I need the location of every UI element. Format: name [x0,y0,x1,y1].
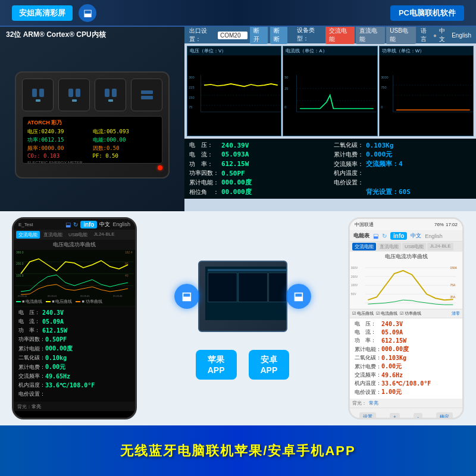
svg-text:50V: 50V [351,293,356,296]
phones-section: E_Test ⬓ ↻ info 中文 English 交流电能 直流电能 USB… [0,211,476,425]
right-minus-btn[interactable]: - [414,413,422,418]
svg-text:35A: 35A [450,296,456,299]
right-info-badge[interactable]: info [390,232,407,240]
right-backlight-row: 背光： 常亮 [350,399,462,408]
left-info-badge[interactable]: info [80,221,97,228]
right-confirm-btn[interactable]: 确定 [436,412,453,418]
device-type-usb[interactable]: USB电能 [386,27,415,44]
android-app-btn[interactable]: 安卓APP [249,350,290,380]
voltage-canvas: 300 225 150 75 [187,55,281,135]
left-lang-en[interactable]: English [112,221,130,227]
bt-circle-right: ⬓ [286,284,311,309]
right-status-bar: 中国联通 76% 17:02 [350,219,462,231]
right-legend-voltage: ☑ 电压曲线 [352,311,374,317]
meter-pf2: PF: 0.50 [93,153,158,159]
right-i-val: 05.09A [381,329,403,336]
pc-cumfee-row: 累计电费： 0.000元 [334,150,471,159]
pc-power-value: 612.15W [221,160,249,168]
left-legend-power: ■ 功率曲线 [76,299,102,305]
svg-text:300: 300 [189,76,194,79]
right-settings-btn[interactable]: 设置 [359,412,376,418]
apple-app-btn[interactable]: 苹果APP [196,350,237,380]
left-lang-zh[interactable]: 中文 [99,221,110,228]
svg-text:100.0: 100.0 [16,274,24,277]
svg-text:05:00:34: 05:00:34 [18,295,27,298]
charts-grid: 电压（单位：V） 300 225 150 75 [184,43,476,139]
svg-text:150A: 150A [450,267,458,270]
lang-zh[interactable]: 中文 [439,27,449,43]
port-dropdown[interactable]: COM20 [218,32,248,39]
meter-energy: 电能:000.00 [93,136,158,144]
outlet-3 [95,79,126,111]
voltage-chart: 电压（单位：V） 300 225 150 75 [187,46,281,136]
right-tab-usb[interactable]: USB电能 [402,243,426,250]
slot-1a [32,89,37,97]
right-backlight-val[interactable]: 常亮 [369,400,378,406]
svg-text:150: 150 [189,96,194,99]
right-tab-dc[interactable]: 直流电能 [377,243,401,250]
device-type-section: 设备类型： 交流电能 直流电能 USB电能 [297,27,416,44]
left-pf-label: 功率因数： [18,336,45,343]
svg-text:0: 0 [285,105,287,109]
left-i-label: 电 流： [18,318,42,325]
right-lang-zh[interactable]: 中文 [411,232,421,240]
svg-text:200V: 200V [351,275,358,278]
pc-software-tag: PC电脑联机软件 [390,5,464,21]
svg-text:75: 75 [189,105,192,109]
right-tab-ac[interactable]: 交流电能 [352,243,376,250]
bluetooth-icon-top: ⬓ [79,4,96,22]
right-top-tabs: 电能表 ⬓ ↻ info 中文 English [350,231,462,242]
left-fee-val: 0.00元 [45,363,65,371]
right-v-val: 240.3V [381,321,403,327]
pc-co2-label: 二氧化碳： [334,141,364,149]
right-elecsetting-row: 电价设置： 1.00元 [355,388,458,396]
right-plus-btn[interactable]: + [390,413,400,418]
legend-current-label: ■ 电流曲线 [22,299,42,305]
right-temp-row: 机内温度： 33.6℃/108.0°F [355,380,458,387]
left-tab-dc[interactable]: 直流电能 [41,231,65,239]
legend-power-color [76,301,80,302]
left-fee-row: 累计电费： 0.00元 [18,363,130,371]
open-btn[interactable]: 断开 [250,27,268,44]
left-pf-row: 功率因数： 0.50PF [18,336,130,343]
banner-left: 安姐高清彩屏 ⬓ [12,4,96,22]
bt-circle-left: ⬓ [174,284,199,309]
laptop-mini-chart-2 [238,273,268,302]
right-p-row: 功 率： 612.15W [355,337,458,345]
device-type-dc[interactable]: 直流电能 [356,27,385,44]
lang-dot-1: ● [433,32,437,39]
right-lang-en[interactable]: English [425,233,443,239]
ground-slot-3 [108,99,113,102]
svg-text:50: 50 [285,76,289,79]
left-phone-readings: 电 压： 240.3V 电 流： 05.09A 功 率： 612.15W 功率因… [14,306,135,402]
left-tab-ac[interactable]: 交流电能 [16,231,40,239]
pc-acfreq-value: 交流频率：4 [366,159,403,168]
lang-en[interactable]: English [452,32,471,39]
meter-current: 电流:005.093 [93,128,158,136]
right-temp-label: 机内温度： [355,380,381,387]
meter-freq: 频率:0000.00 [27,145,92,152]
close-btn[interactable]: 断断 [270,27,288,44]
right-freq-label: 交流频率： [355,371,381,379]
left-p-val: 612.15W [42,327,67,334]
right-tab-ble[interactable]: JL24-BLE [427,243,453,250]
svg-text:100V: 100V [351,284,358,287]
right-fee-label: 累计电费： [355,363,381,371]
svg-text:300V: 300V [351,267,358,270]
right-clear-btn[interactable]: 清零 [452,311,460,317]
laptop-mini-bar [208,269,287,271]
right-time: 17:02 [446,222,458,227]
left-chart-title: 电压电流功率曲线 [14,240,135,250]
pc-software-area: 出口设置： COM20 断开 断断 设备类型： 交流电能 直流电能 USB电能 … [184,27,476,211]
legend-current-color [16,301,21,302]
left-tab-usb[interactable]: USB电能 [66,231,90,239]
device-type-ac[interactable]: 交流电能 [325,27,355,44]
right-chart-title: 电压电流功率曲线 [350,252,462,262]
left-tab-ble[interactable]: JL24-BLE [91,231,117,239]
laptop-screen-mini [205,267,287,320]
left-freq-label: 交流频率： [18,372,45,380]
right-fee-row: 累计电费： 0.00元 [355,362,458,371]
pc-voltage-value: 240.39V [221,142,249,149]
svg-text:05:00:41: 05:00:41 [48,295,57,298]
right-energy-tabs: 交流电能 直流电能 USB电能 JL24-BLE [350,242,462,252]
